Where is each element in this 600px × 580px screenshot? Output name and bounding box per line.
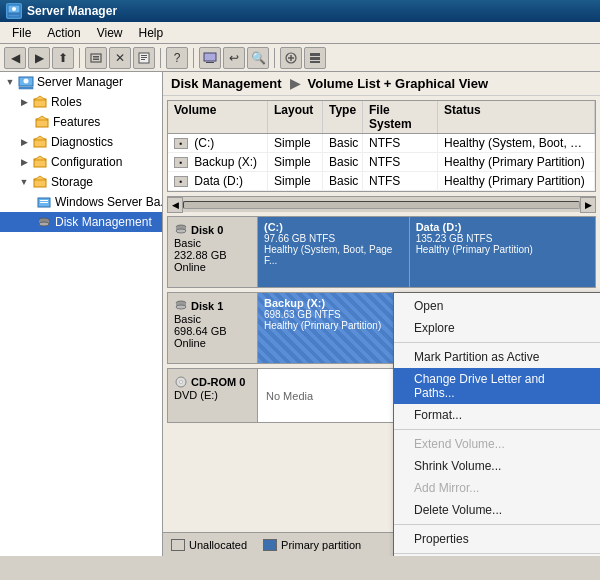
sidebar-item-wsb[interactable]: Windows Server Ba... — [0, 192, 162, 212]
svg-marker-24 — [36, 116, 48, 120]
svg-rect-8 — [141, 57, 147, 58]
cell-layout-0: Simple — [268, 134, 323, 152]
cdrom-label: CD-ROM 0 DVD (E:) — [168, 369, 258, 422]
cell-fs-0: NTFS — [363, 134, 438, 152]
table-row[interactable]: ▪ (C:) Simple Basic NTFS Healthy (System… — [168, 134, 595, 153]
menu-bar: File Action View Help — [0, 22, 600, 44]
ctx-format[interactable]: Format... — [394, 404, 600, 426]
svg-rect-15 — [310, 53, 320, 56]
cell-status-2: Healthy (Primary Partition) — [438, 172, 595, 190]
cell-fs-1: NTFS — [363, 153, 438, 171]
menu-file[interactable]: File — [4, 24, 39, 42]
cell-status-1: Healthy (Primary Partition) — [438, 153, 595, 171]
ctx-shrink[interactable]: Shrink Volume... — [394, 455, 600, 477]
svg-rect-17 — [310, 61, 320, 63]
app-icon — [6, 3, 22, 19]
hscroll-left[interactable]: ◀ — [167, 197, 183, 213]
svg-point-36 — [39, 222, 49, 226]
sidebar-label-storage: Storage — [51, 175, 93, 189]
main-layout: ▼ Server Manager ▶ Roles Features ▶ — [0, 72, 600, 556]
sidebar-item-configuration[interactable]: ▶ Configuration — [0, 152, 162, 172]
col-header-volume[interactable]: Volume — [168, 101, 268, 133]
hscroll-right-arrows: ▶ — [580, 197, 596, 213]
col-header-status[interactable]: Status — [438, 101, 595, 133]
toolbar-up[interactable]: ⬆ — [52, 47, 74, 69]
ctx-delete[interactable]: Delete Volume... — [394, 499, 600, 521]
toolbar-sep1 — [79, 48, 80, 68]
toolbar-forward[interactable]: ▶ — [28, 47, 50, 69]
cell-layout-1: Simple — [268, 153, 323, 171]
sidebar-item-server-manager[interactable]: ▼ Server Manager — [0, 72, 162, 92]
menu-view[interactable]: View — [89, 24, 131, 42]
legend-box-unallocated — [171, 539, 185, 551]
roles-icon — [32, 94, 48, 110]
sidebar-item-diagnostics[interactable]: ▶ Diagnostics — [0, 132, 162, 152]
cell-status-0: Healthy (System, Boot, Page File, Active… — [438, 134, 595, 152]
svg-point-39 — [176, 229, 186, 233]
sidebar-item-features[interactable]: Features — [0, 112, 162, 132]
disk-0-partitions: (C:) 97.66 GB NTFS Healthy (System, Boot… — [258, 217, 595, 287]
svg-rect-3 — [91, 54, 101, 62]
menu-action[interactable]: Action — [39, 24, 88, 42]
toolbar-help[interactable]: ? — [166, 47, 188, 69]
sidebar-label-roles: Roles — [51, 95, 82, 109]
toolbar-extra1[interactable] — [280, 47, 302, 69]
table-row[interactable]: ▪ Backup (X:) Simple Basic NTFS Healthy … — [168, 153, 595, 172]
hscroll-track[interactable] — [183, 201, 580, 209]
menu-help[interactable]: Help — [131, 24, 172, 42]
sidebar-label-disk-mgmt: Disk Management — [55, 215, 152, 229]
cell-fs-2: NTFS — [363, 172, 438, 190]
sidebar-item-disk-management[interactable]: Disk Management — [0, 212, 162, 232]
ctx-sep2 — [394, 429, 600, 430]
col-header-fs[interactable]: File System — [363, 101, 438, 133]
content-subtitle: Volume List + Graphical View — [308, 76, 489, 91]
toolbar-refresh[interactable]: ↩ — [223, 47, 245, 69]
legend-unallocated: Unallocated — [171, 539, 247, 551]
context-menu: Open Explore Mark Partition as Active Ch… — [393, 292, 600, 556]
storage-icon — [32, 174, 48, 190]
toolbar-search[interactable]: 🔍 — [247, 47, 269, 69]
ctx-change-letter[interactable]: Change Drive Letter and Paths... — [394, 368, 600, 404]
partition-c[interactable]: (C:) 97.66 GB NTFS Healthy (System, Boot… — [258, 217, 410, 287]
cell-type-2: Basic — [323, 172, 363, 190]
svg-rect-33 — [40, 202, 48, 203]
toolbar-back[interactable]: ◀ — [4, 47, 26, 69]
partition-d[interactable]: Data (D:) 135.23 GB NTFS Healthy (Primar… — [410, 217, 595, 287]
ctx-explore[interactable]: Explore — [394, 317, 600, 339]
sidebar-label-configuration: Configuration — [51, 155, 122, 169]
col-header-type[interactable]: Type — [323, 101, 363, 133]
toolbar-properties[interactable] — [133, 47, 155, 69]
svg-point-2 — [12, 7, 16, 11]
sidebar-item-storage[interactable]: ▼ Storage — [0, 172, 162, 192]
toolbar-computer[interactable] — [199, 47, 221, 69]
ctx-properties[interactable]: Properties — [394, 528, 600, 550]
table-row[interactable]: ▪ Data (D:) Simple Basic NTFS Healthy (P… — [168, 172, 595, 191]
app-title: Server Manager — [27, 4, 117, 18]
cell-volume-2: ▪ Data (D:) — [168, 172, 268, 190]
legend-box-primary — [263, 539, 277, 551]
svg-rect-16 — [310, 57, 320, 60]
volume-table-hscroll[interactable]: ◀ ▶ — [167, 196, 596, 212]
toolbar-sep3 — [193, 48, 194, 68]
cell-type-1: Basic — [323, 153, 363, 171]
ctx-open[interactable]: Open — [394, 295, 600, 317]
content-header: Disk Management ▶ Volume List + Graphica… — [163, 72, 600, 96]
toolbar-show-hide[interactable] — [85, 47, 107, 69]
disk-label-0: Disk 0 Basic 232.88 GB Online — [168, 217, 258, 287]
disk-label-1: Disk 1 Basic 698.64 GB Online — [168, 293, 258, 363]
svg-marker-30 — [34, 176, 46, 180]
toolbar-sep4 — [274, 48, 275, 68]
hscroll-right[interactable]: ▶ — [580, 197, 596, 213]
col-header-layout[interactable]: Layout — [268, 101, 323, 133]
toolbar-extra2[interactable] — [304, 47, 326, 69]
ctx-mark-active[interactable]: Mark Partition as Active — [394, 346, 600, 368]
toolbar-delete[interactable]: ✕ — [109, 47, 131, 69]
svg-marker-28 — [34, 156, 46, 160]
wsb-icon — [36, 194, 52, 210]
svg-rect-4 — [93, 56, 99, 58]
table-header: Volume Layout Type File System Status — [168, 101, 595, 134]
toolbar: ◀ ▶ ⬆ ✕ ? ↩ 🔍 — [0, 44, 600, 72]
svg-rect-7 — [141, 55, 147, 56]
sidebar-item-roles[interactable]: ▶ Roles — [0, 92, 162, 112]
sidebar-label-server-manager: Server Manager — [37, 75, 123, 89]
